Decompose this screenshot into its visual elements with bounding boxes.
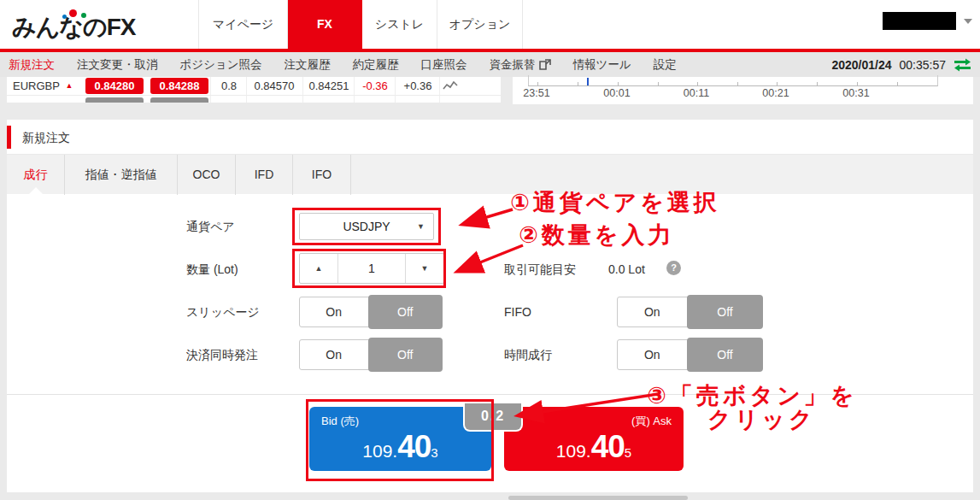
logo-dot-blue-icon bbox=[62, 15, 67, 19]
logo-text: みんなのFX bbox=[12, 14, 135, 40]
close-simultaneous-label: 決済同時発注 bbox=[186, 348, 258, 363]
subnav-item-modify-cancel[interactable]: 注文変更・取消 bbox=[77, 57, 158, 73]
subnav-item-fund-transfer[interactable]: 資金振替 bbox=[490, 57, 551, 73]
quote-ask-button[interactable]: 0.84288 bbox=[150, 78, 208, 94]
active-tab-notch bbox=[28, 187, 44, 195]
panel-title: 新規注文 bbox=[22, 131, 70, 146]
account-name-redacted bbox=[883, 12, 956, 30]
fifo-on-button[interactable]: On bbox=[618, 297, 687, 326]
tab-option[interactable]: オプション bbox=[437, 0, 523, 49]
server-time: 00:35:57 bbox=[900, 58, 947, 72]
panel-accent-bar bbox=[7, 126, 11, 149]
subnav-item-positions[interactable]: ポジション照会 bbox=[180, 57, 262, 73]
fifo-toggle: On Off bbox=[617, 297, 762, 327]
tab-market-order[interactable]: 成行 bbox=[7, 155, 65, 195]
close-simultaneous-toggle: On Off bbox=[299, 339, 442, 370]
server-date: 2020/01/24 bbox=[831, 58, 891, 72]
x-tick-label: 00:01 bbox=[591, 87, 643, 99]
transfer-arrows-icon[interactable] bbox=[954, 58, 971, 72]
quote-spread: 0.8 bbox=[212, 77, 246, 95]
quote-bid-button[interactable]: 0.84280 bbox=[85, 78, 144, 94]
tab-fx[interactable]: FX bbox=[288, 0, 362, 49]
timed-market-on-button[interactable]: On bbox=[618, 340, 687, 369]
next-quote-row-cut bbox=[7, 95, 501, 103]
slippage-label: スリッページ bbox=[186, 305, 260, 321]
close-simultaneous-on-button[interactable]: On bbox=[300, 340, 367, 369]
timed-market-off-button[interactable]: Off bbox=[687, 338, 763, 372]
quote-bid-button-cut bbox=[85, 97, 144, 103]
annotation-box-quantity bbox=[292, 249, 446, 288]
logo-dot-green-icon bbox=[81, 13, 86, 18]
tab-mypage[interactable]: マイページ bbox=[198, 0, 288, 49]
quote-ask-button-cut bbox=[150, 97, 208, 103]
help-icon[interactable]: ? bbox=[666, 261, 681, 275]
annotation-step2-text: ②数量を入力 bbox=[519, 220, 675, 250]
annotation-box-sell-button bbox=[306, 399, 494, 481]
rate-list-panel: EURGBP ▲ 0.84280 0.84288 0.8 0.84570 0.8… bbox=[7, 77, 501, 103]
logo-dot-red-icon bbox=[69, 9, 77, 17]
timed-market-toggle: On Off bbox=[617, 339, 762, 370]
ask-label: (買) Ask bbox=[631, 414, 672, 429]
fund-transfer-label: 資金振替 bbox=[490, 57, 536, 73]
tab-systrade[interactable]: シストレ bbox=[362, 0, 437, 49]
scrollbar-thumb[interactable] bbox=[508, 496, 688, 500]
subnav-item-info-tools[interactable]: 情報ツール bbox=[573, 57, 631, 73]
subnav-item-new-order[interactable]: 新規注文 bbox=[9, 57, 55, 73]
fx-subnav: 新規注文 注文変更・取消 ポジション照会 注文履歴 約定履歴 口座照会 資金振替… bbox=[0, 52, 980, 77]
tradable-label: 取引可能目安 bbox=[504, 262, 576, 278]
subnav-item-settings[interactable]: 設定 bbox=[654, 57, 677, 73]
tab-ifd[interactable]: IFD bbox=[236, 155, 293, 195]
tab-limit-stop[interactable]: 指値・逆指値 bbox=[65, 155, 178, 195]
chart-x-axis bbox=[528, 75, 938, 86]
x-tick-label: 00:21 bbox=[750, 87, 801, 99]
chart-cursor-tick bbox=[587, 78, 589, 85]
annotation-box-currency-pair bbox=[292, 208, 441, 245]
chevron-down-icon bbox=[964, 19, 972, 24]
x-tick-label: 00:11 bbox=[671, 87, 722, 99]
fifo-off-button[interactable]: Off bbox=[687, 295, 763, 329]
x-tick-label: 00:31 bbox=[830, 87, 882, 99]
app-window: みんなのFX マイページ FX シストレ オプション 新規注文 注文変更・取消 … bbox=[0, 0, 980, 500]
tradable-value: 0.0 Lot bbox=[608, 262, 645, 276]
app-logo[interactable]: みんなのFX bbox=[12, 7, 135, 44]
subnav-item-execution-history[interactable]: 約定履歴 bbox=[353, 57, 399, 73]
quote-change: -0.36 bbox=[355, 77, 395, 95]
quantity-label: 数量 (Lot) bbox=[186, 262, 238, 278]
quote-low: 0.84251 bbox=[304, 77, 354, 95]
subnav-item-order-history[interactable]: 注文履歴 bbox=[285, 57, 331, 73]
x-tick-label: 23:51 bbox=[511, 87, 562, 99]
order-type-tabs: 成行 指値・逆指値 OCO IFD IFO bbox=[7, 154, 973, 194]
price-up-icon: ▲ bbox=[60, 77, 79, 95]
chart-icon[interactable] bbox=[443, 80, 458, 91]
buy-ask-button[interactable]: (買) Ask 109.405 bbox=[504, 407, 684, 471]
annotation-step3-text-line2: クリック bbox=[707, 404, 816, 435]
quote-symbol: EURGBP bbox=[13, 77, 62, 95]
ask-price: 109.405 bbox=[504, 429, 684, 465]
annotation-step1-text: ①通貨ペアを選択 bbox=[510, 187, 720, 218]
external-link-icon bbox=[539, 59, 551, 70]
tab-ifo[interactable]: IFO bbox=[293, 155, 351, 195]
slippage-on-button[interactable]: On bbox=[300, 297, 367, 326]
subnav-item-account-inquiry[interactable]: 口座照会 bbox=[421, 57, 467, 73]
account-menu[interactable] bbox=[883, 12, 972, 30]
primary-nav: マイページ FX シストレ オプション bbox=[198, 0, 523, 49]
server-clock: 2020/01/24 00:35:57 bbox=[831, 58, 971, 72]
tab-oco[interactable]: OCO bbox=[178, 155, 236, 195]
currency-pair-label: 通貨ペア bbox=[186, 220, 235, 235]
quote-high: 0.84570 bbox=[248, 77, 301, 95]
slippage-off-button[interactable]: Off bbox=[368, 295, 443, 329]
quote-swap: +0.36 bbox=[396, 77, 439, 95]
mini-chart-panel[interactable]: 23:51 00:01 00:11 00:21 00:31 bbox=[513, 77, 973, 104]
close-simultaneous-off-button[interactable]: Off bbox=[368, 338, 443, 372]
slippage-toggle: On Off bbox=[299, 297, 442, 327]
timed-market-label: 時間成行 bbox=[504, 348, 552, 363]
app-header: みんなのFX マイページ FX シストレ オプション bbox=[0, 0, 980, 49]
fifo-label: FIFO bbox=[504, 305, 531, 319]
